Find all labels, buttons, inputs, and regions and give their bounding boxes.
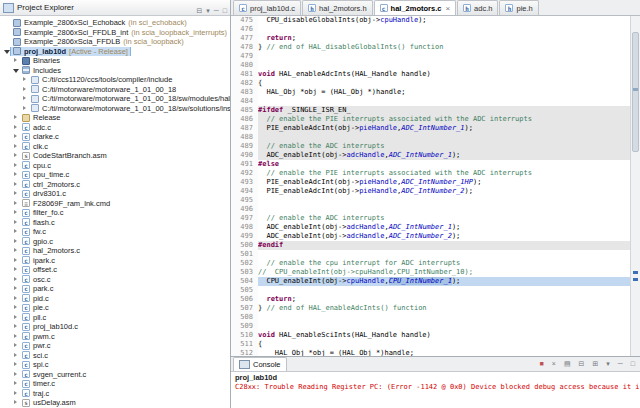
tree-item-gpio-c[interactable]: cgpio.c xyxy=(0,237,230,247)
tree-item-svgen-current-c[interactable]: csvgen_current.c xyxy=(0,370,230,380)
code-line-486[interactable]: 486 // enable the PIE interrupts associa… xyxy=(231,115,631,124)
code-line-489[interactable]: 489 // enable the ADC interrupts xyxy=(231,142,631,151)
expander-icon[interactable] xyxy=(12,151,20,160)
tree-item-adc-c[interactable]: cadc.c xyxy=(0,123,230,133)
tree-item-pll-c[interactable]: cpll.c xyxy=(0,313,230,323)
line-number[interactable]: 475 xyxy=(231,16,258,25)
tree-item-park-c[interactable]: cpark.c xyxy=(0,284,230,294)
tree-item-example-2806xsci-echoback[interactable]: Example_2806xSci_Echoback(in sci_echobac… xyxy=(0,18,230,28)
expander-icon[interactable] xyxy=(12,189,20,198)
tree-item-clk-c[interactable]: cclk.c xyxy=(0,142,230,152)
code-line-485[interactable]: 485#ifdef _SINGLE_ISR_EN_ xyxy=(231,106,631,115)
tree-item-release[interactable]: Release xyxy=(0,113,230,123)
expander-icon[interactable] xyxy=(21,75,29,84)
expander-icon[interactable] xyxy=(12,161,20,170)
expander-icon[interactable] xyxy=(12,237,20,246)
expander-icon[interactable] xyxy=(12,322,20,331)
code-line-483[interactable]: 483 HAL_Obj *obj = (HAL_Obj *)handle; xyxy=(231,88,631,97)
line-number[interactable]: 491 xyxy=(231,160,258,169)
expander-icon[interactable] xyxy=(12,294,20,303)
tree-item-proj-lab10d-c[interactable]: cproj_lab10d.c xyxy=(0,322,230,332)
expander-icon[interactable] xyxy=(12,370,20,379)
code-line-492[interactable]: 492 // enable the PIE interrupts associa… xyxy=(231,169,631,178)
expander-icon[interactable] xyxy=(12,56,20,65)
line-number[interactable]: 510 xyxy=(231,331,258,340)
line-number[interactable]: 500 xyxy=(231,241,258,250)
code-line-498[interactable]: 498 ADC_enableInt(obj->adcHandle,ADC_Int… xyxy=(231,223,631,232)
tree-item-c-ti-motorware-motorware-1-01-00-18[interactable]: C:/ti/motorware/motorware_1_01_00_18 xyxy=(0,85,230,95)
expander-icon[interactable] xyxy=(21,85,29,94)
line-number[interactable]: 490 xyxy=(231,151,258,160)
editor-tab-proj-lab10d-c[interactable]: cproj_lab10d.c xyxy=(233,0,301,15)
tree-item-traj-c[interactable]: ctraj.c xyxy=(0,389,230,399)
expander-icon[interactable] xyxy=(12,132,20,141)
expander-icon[interactable] xyxy=(12,218,20,227)
code-line-484[interactable]: 484 xyxy=(231,97,631,106)
code-line-501[interactable]: 501 xyxy=(231,250,631,259)
terminate-icon[interactable]: ■ xyxy=(540,360,544,368)
tree-item-pwr-c[interactable]: cpwr.c xyxy=(0,341,230,351)
tree-item-clarke-c[interactable]: cclarke.c xyxy=(0,132,230,142)
tree-item-f28069f-ram-lnk-cmd[interactable]: ≡F28069F_ram_lnk.cmd xyxy=(0,199,230,209)
tree-item-binaries[interactable]: Binaries xyxy=(0,56,230,66)
tree-item-filter-fo-c[interactable]: cfilter_fo.c xyxy=(0,208,230,218)
expander-icon[interactable] xyxy=(12,246,20,255)
line-number[interactable]: 495 xyxy=(231,196,258,205)
tree-item-pwm-c[interactable]: cpwm.c xyxy=(0,332,230,342)
expander-icon[interactable] xyxy=(12,113,20,122)
code-line-481[interactable]: 481void HAL_enableAdcInts(HAL_Handle han… xyxy=(231,70,631,79)
code-line-487[interactable]: 487 PIE_enableAdcInt(obj->pieHandle,ADC_… xyxy=(231,124,631,133)
line-number[interactable]: 485 xyxy=(231,106,258,115)
code-line-480[interactable]: 480 xyxy=(231,61,631,70)
line-number[interactable]: 499 xyxy=(231,232,258,241)
line-number[interactable]: 497 xyxy=(231,214,258,223)
line-number[interactable]: 509 xyxy=(231,322,258,331)
line-number[interactable]: 501 xyxy=(231,250,258,259)
clear-console-icon[interactable]: ▤ xyxy=(564,360,571,368)
expander-icon[interactable] xyxy=(12,303,20,312)
line-number[interactable]: 476 xyxy=(231,25,258,34)
code-line-490[interactable]: 490 ADC_enableInt(obj->adcHandle,ADC_Int… xyxy=(231,151,631,160)
display-console-menu-icon[interactable]: ▾ xyxy=(606,360,610,368)
line-number[interactable]: 481 xyxy=(231,70,258,79)
tree-item-cpu-time-c[interactable]: ccpu_time.c xyxy=(0,170,230,180)
scroll-lock-icon[interactable]: ⊟ xyxy=(579,360,585,368)
maximize-icon[interactable]: □ xyxy=(631,360,635,368)
line-number[interactable]: 496 xyxy=(231,205,258,214)
expander-icon[interactable] xyxy=(12,313,20,322)
line-number[interactable]: 503 xyxy=(231,268,258,277)
expander-icon[interactable] xyxy=(12,351,20,360)
code-line-511[interactable]: 511{ xyxy=(231,340,631,349)
line-number[interactable]: 478 xyxy=(231,43,258,52)
expander-icon[interactable] xyxy=(21,94,29,103)
minimize-icon[interactable]: ─ xyxy=(214,7,219,14)
tree-item-spi-c[interactable]: cspi.c xyxy=(0,360,230,370)
line-number[interactable]: 479 xyxy=(231,52,258,61)
expander-icon[interactable] xyxy=(12,389,20,398)
expander-icon[interactable] xyxy=(12,265,20,274)
line-number[interactable]: 505 xyxy=(231,286,258,295)
tree-item-drv8301-c[interactable]: cdrv8301.c xyxy=(0,189,230,199)
line-number[interactable]: 483 xyxy=(231,88,258,97)
line-number[interactable]: 486 xyxy=(231,115,258,124)
line-number[interactable]: 482 xyxy=(231,79,258,88)
line-number[interactable]: 504 xyxy=(231,277,258,286)
expander-icon[interactable] xyxy=(12,199,20,208)
line-number[interactable]: 492 xyxy=(231,169,258,178)
tree-item-c-ti-ccs1120-ccs-tools-compiler-include[interactable]: C:/ti/ccs1120/ccs/tools/compiler/include xyxy=(0,75,230,85)
overview-ruler[interactable] xyxy=(630,16,640,356)
code-line-503[interactable]: 503// CPU_enableInt(obj->cpuHandle,CPU_I… xyxy=(231,268,631,277)
expander-icon[interactable] xyxy=(12,360,20,369)
code-line-507[interactable]: 507} // end of HAL_enableAdcInts() funct… xyxy=(231,304,631,313)
tree-item-osc-c[interactable]: cosc.c xyxy=(0,275,230,285)
expander-icon[interactable] xyxy=(12,256,20,265)
line-number[interactable]: 511 xyxy=(231,340,258,349)
line-number[interactable]: 489 xyxy=(231,142,258,151)
tree-item-c-ti-motorware-motorware-1-01-00-18-sw-modules-hal-boards-boostx[interactable]: C:/ti/motorware/motorware_1_01_00_18/sw/… xyxy=(0,94,230,104)
code-line-495[interactable]: 495 xyxy=(231,196,631,205)
remove-launch-icon[interactable]: × xyxy=(552,360,556,368)
tree-item-timer-c[interactable]: ctimer.c xyxy=(0,379,230,389)
tree-item-flash-c[interactable]: cflash.c xyxy=(0,218,230,228)
expander-icon[interactable] xyxy=(12,142,20,151)
code-line-477[interactable]: 477 return; xyxy=(231,34,631,43)
